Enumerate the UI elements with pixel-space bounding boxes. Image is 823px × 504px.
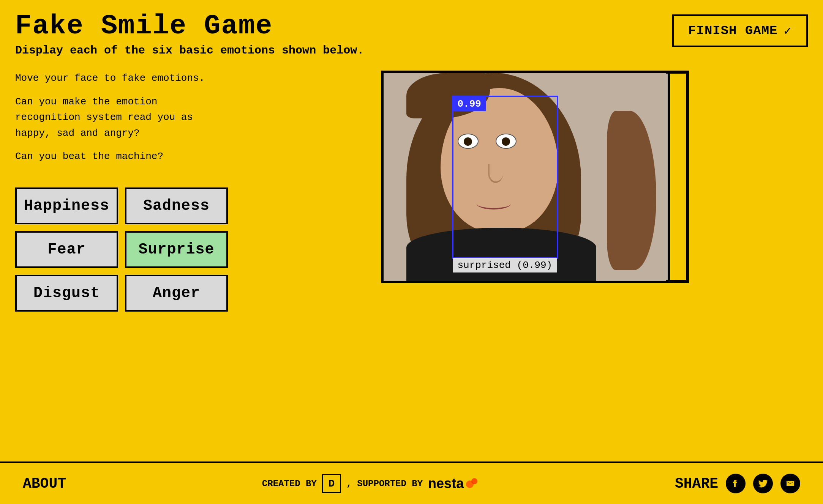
emotion-anger-button[interactable]: Anger	[125, 275, 228, 312]
deco-corner-top-right	[666, 71, 689, 74]
face-detection-box: 0.99 surprised (0.99)	[452, 96, 558, 259]
facebook-icon	[730, 478, 741, 489]
facebook-share-button[interactable]	[726, 474, 746, 493]
emotion-disgust-button[interactable]: Disgust	[15, 275, 118, 312]
email-icon	[785, 478, 796, 489]
footer: ABOUT CREATED BY D , SUPPORTED BY nesta …	[0, 461, 823, 504]
finish-game-button[interactable]: FINISH GAME ✓	[672, 14, 808, 47]
instruction-line3: Can you beat the machine?	[15, 149, 228, 165]
deco-corner-bottom-right	[666, 280, 689, 283]
header-left: Fake Smile Game Display each of the six …	[15, 11, 364, 57]
deco-vertical-line	[686, 71, 689, 283]
twitter-icon	[758, 478, 768, 489]
right-panel: 0.99 surprised (0.99)	[243, 71, 808, 454]
emotion-happiness-button[interactable]: Happiness	[15, 187, 118, 224]
subtitle: Display each of the six basic emotions s…	[15, 44, 364, 57]
app-title: Fake Smile Game	[15, 11, 364, 42]
share-label: SHARE	[675, 476, 718, 492]
email-share-button[interactable]	[780, 474, 800, 493]
emotion-grid: Happiness Sadness Fear Surprise Disgust …	[15, 187, 228, 312]
finish-game-label: FINISH GAME	[688, 24, 777, 38]
footer-share: SHARE	[675, 474, 800, 493]
supported-by-label: SUPPORTED BY	[357, 479, 423, 489]
instruction-line2: Can you make the emotion recognition sys…	[15, 94, 228, 142]
emotion-sadness-button[interactable]: Sadness	[125, 187, 228, 224]
emotion-surprise-button[interactable]: Surprise	[125, 231, 228, 268]
footer-credits: CREATED BY D , SUPPORTED BY nesta	[262, 474, 479, 493]
finish-checkmark-icon: ✓	[784, 23, 792, 39]
camera-feed: 0.99 surprised (0.99)	[381, 71, 670, 283]
instruction-line1: Move your face to fake emotions.	[15, 71, 228, 87]
d-logo: D	[322, 474, 341, 493]
twitter-share-button[interactable]	[753, 474, 773, 493]
nesta-logo: nesta	[428, 476, 479, 491]
detection-emotion-label: surprised (0.99)	[453, 258, 557, 272]
nesta-text: nesta	[428, 476, 464, 491]
nesta-icon	[465, 477, 479, 490]
emotion-fear-button[interactable]: Fear	[15, 231, 118, 268]
left-panel: Move your face to fake emotions. Can you…	[15, 71, 228, 454]
confidence-badge: 0.99	[453, 97, 486, 111]
created-by-label: CREATED BY	[262, 479, 317, 489]
comma: ,	[346, 479, 352, 489]
instructions: Move your face to fake emotions. Can you…	[15, 71, 228, 172]
about-button[interactable]: ABOUT	[23, 476, 66, 492]
main-content: Move your face to fake emotions. Can you…	[0, 63, 823, 461]
header: Fake Smile Game Display each of the six …	[0, 0, 823, 63]
svg-point-1	[471, 478, 477, 484]
